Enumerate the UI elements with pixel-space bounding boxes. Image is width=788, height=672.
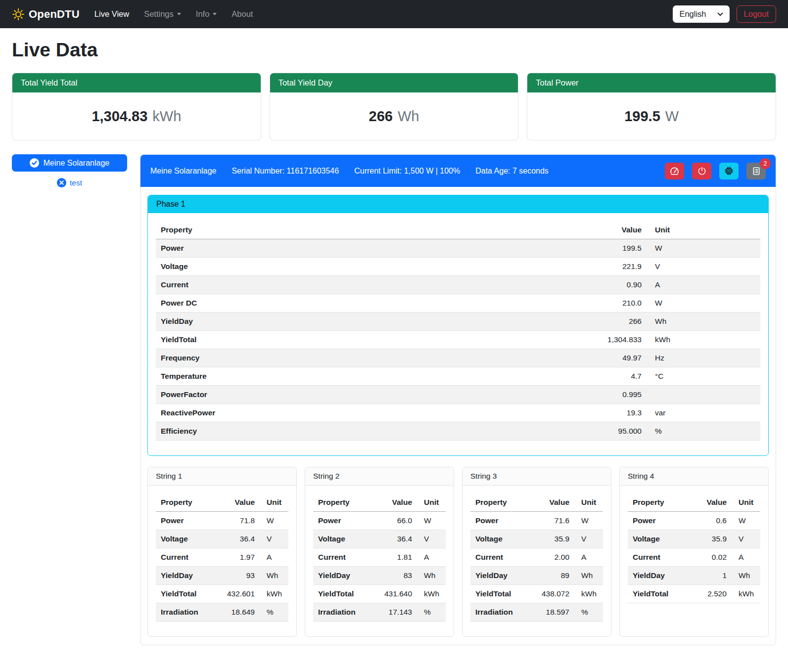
check-circle-icon [30, 158, 39, 168]
phase-card: Phase 1 Property Value Unit [147, 195, 769, 456]
row-unit: Hz [647, 349, 760, 367]
table-row: Current 0.02 A [628, 548, 760, 567]
row-unit: kWh [732, 585, 760, 603]
row-unit: °C [647, 367, 760, 386]
row-property: YieldTotal [156, 585, 222, 603]
row-unit: % [260, 603, 288, 622]
nav-item-info[interactable]: Info [196, 9, 217, 19]
row-value: 93 [222, 567, 260, 585]
row-unit: V [260, 530, 288, 548]
row-property: Irradiation [156, 603, 222, 622]
table-row: Current 2.00 A [470, 548, 603, 567]
summary-card-total-yield-total: Total Yield Total 1,304.83 kWh [12, 73, 261, 140]
row-property: ReactivePower [156, 404, 570, 422]
table-row: Power 71.6 W [470, 512, 603, 530]
caret-down-icon [213, 13, 217, 15]
inverter-sidebar: Meine Solaranlage test [12, 154, 127, 187]
summary-card-value: 1,304.83 [92, 108, 147, 125]
inverter-select-button[interactable]: Meine Solaranlage [12, 154, 127, 172]
row-property: Frequency [156, 349, 570, 367]
inverter-card-header: Meine Solaranlage Serial Number: 1161716… [140, 155, 776, 187]
summary-card-total-power: Total Power 199.5 W [527, 73, 776, 140]
row-property: Current [156, 276, 570, 294]
nav-item-settings-label: Settings [144, 9, 174, 19]
row-unit: W [417, 512, 446, 530]
col-value: Value [570, 221, 647, 239]
inverter-item-test[interactable]: test [12, 178, 127, 187]
string-card-title: String 4 [620, 467, 768, 486]
summary-card-value: 266 [369, 108, 393, 125]
inverter-actions: 2 [665, 163, 766, 179]
language-select[interactable]: English [673, 5, 729, 23]
row-value: 2.00 [537, 548, 574, 567]
table-row: PowerFactor 0.995 [156, 386, 760, 404]
col-unit: Unit [417, 493, 446, 512]
brand[interactable]: OpenDTU [12, 8, 80, 21]
string-card-4: String 4 Property Value Unit [619, 467, 769, 637]
row-value: 2.520 [696, 585, 732, 603]
row-property: Current [313, 548, 379, 567]
row-property: Voltage [628, 530, 696, 548]
row-value: 95.000 [570, 422, 647, 441]
nav-item-settings[interactable]: Settings [144, 9, 181, 19]
row-property: YieldTotal [470, 585, 537, 603]
row-unit: W [647, 294, 760, 313]
table-row: Power DC 210.0 W [156, 294, 760, 313]
row-property: YieldDay [470, 567, 537, 585]
table-row: Current 1.81 A [313, 548, 446, 567]
row-property: PowerFactor [156, 386, 570, 404]
phase-card-title: Phase 1 [148, 195, 768, 213]
table-row: Temperature 4.7 °C [156, 367, 760, 386]
row-unit: V [574, 530, 603, 548]
string-table: Property Value Unit Power [313, 493, 446, 622]
col-property: Property [156, 221, 570, 239]
power-button[interactable] [692, 163, 711, 179]
row-unit: var [647, 404, 760, 422]
row-unit: W [260, 512, 288, 530]
row-unit: W [647, 239, 760, 258]
nav-item-about[interactable]: About [232, 9, 253, 19]
row-unit: A [647, 276, 760, 294]
table-row: Power 66.0 W [313, 512, 446, 530]
row-property: Efficiency [156, 422, 570, 441]
row-value: 71.6 [537, 512, 574, 530]
table-row: Voltage 36.4 V [313, 530, 446, 548]
navbar: OpenDTU Live View Settings Info About En… [0, 0, 788, 28]
row-unit: A [260, 548, 288, 567]
col-property: Property [313, 493, 379, 512]
col-value: Value [537, 493, 574, 512]
nav-links: Live View Settings Info About [94, 9, 253, 19]
row-property: YieldTotal [628, 585, 696, 603]
row-value: 19.3 [570, 404, 647, 422]
row-unit: % [574, 603, 603, 622]
row-property: Power [156, 239, 570, 258]
row-property: Current [628, 548, 696, 567]
limit-settings-button[interactable] [665, 163, 684, 179]
table-row: Voltage 36.4 V [156, 530, 288, 548]
table-row: Frequency 49.97 Hz [156, 349, 760, 367]
summary-card-title: Total Yield Day [270, 73, 518, 92]
row-value: 36.4 [222, 530, 260, 548]
table-row: Current 1.97 A [156, 548, 288, 567]
nav-item-live-view[interactable]: Live View [94, 9, 129, 19]
logout-button[interactable]: Logout [737, 5, 776, 23]
row-value: 83 [379, 567, 417, 585]
col-value: Value [222, 493, 260, 512]
table-row: Voltage 221.9 V [156, 258, 760, 276]
col-unit: Unit [260, 493, 288, 512]
device-info-button[interactable] [719, 163, 739, 179]
power-icon [697, 166, 707, 176]
table-row: Current 0.90 A [156, 276, 760, 294]
row-unit: V [417, 530, 446, 548]
string-table: Property Value Unit Power [156, 493, 288, 622]
table-header-row: Property Value Unit [628, 493, 760, 512]
table-row: Power 71.8 W [156, 512, 288, 530]
row-value: 1.81 [379, 548, 417, 567]
row-unit: V [732, 530, 760, 548]
table-row: Power 199.5 W [156, 239, 760, 258]
string-table: Property Value Unit Power [628, 493, 760, 603]
summary-cards-row: Total Yield Total 1,304.83 kWh Total Yie… [12, 73, 776, 140]
row-value: 4.7 [570, 367, 647, 386]
summary-card-title: Total Yield Total [12, 73, 261, 92]
event-log-button[interactable]: 2 [746, 163, 766, 179]
